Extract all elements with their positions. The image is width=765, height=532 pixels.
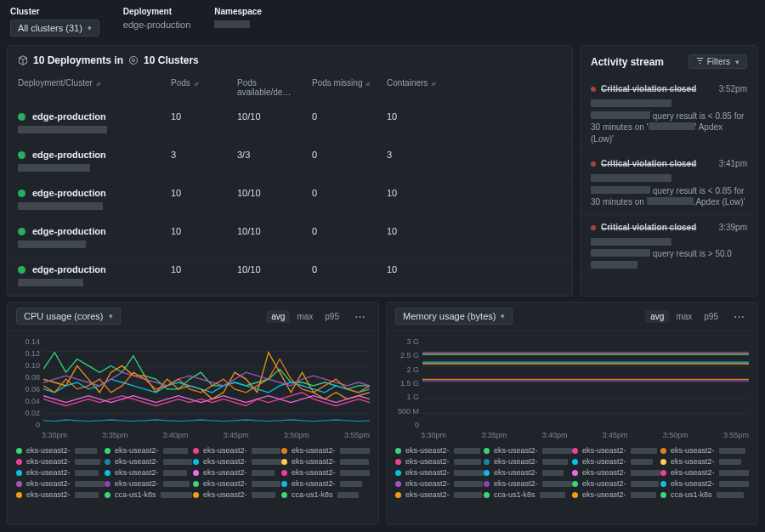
agg-max[interactable]: max <box>292 310 318 323</box>
agg-p95[interactable]: p95 <box>320 310 344 323</box>
legend-item[interactable]: cca-us1-k8s <box>105 490 193 499</box>
memory-metric-dropdown[interactable]: Memory usage (bytes) ▾ <box>395 308 513 325</box>
col-pods[interactable]: Pods▴▾ <box>171 78 237 97</box>
table-row[interactable]: edge-production1010/10010 <box>8 105 572 143</box>
legend-item[interactable]: eks-useast2- <box>484 468 572 477</box>
col-missing[interactable]: Pods missing▴▾ <box>312 78 387 97</box>
table-row[interactable]: edge-production1010/10010 <box>8 219 572 258</box>
legend-dot-icon <box>484 492 490 498</box>
legend-item[interactable]: eks-useast2- <box>281 457 370 466</box>
deployments-title: 10 Deployments in 10 Clusters <box>18 54 199 66</box>
legend-dot-icon <box>193 481 199 487</box>
legend-dot-icon <box>660 481 666 487</box>
legend-item[interactable]: eks-useast2- <box>395 468 484 477</box>
legend-dot-icon <box>660 459 666 465</box>
legend-item[interactable]: eks-useast2- <box>660 468 749 477</box>
legend-dot-icon <box>395 459 401 465</box>
legend-item[interactable]: eks-useast2- <box>193 479 281 488</box>
legend-item[interactable]: cca-us1-k8s <box>484 490 572 499</box>
legend-dot-icon <box>484 448 490 454</box>
legend-item[interactable]: eks-useast2- <box>484 479 572 488</box>
namespace-value <box>214 20 262 30</box>
legend-item[interactable]: eks-useast2- <box>105 457 193 466</box>
legend-item[interactable]: eks-useast2- <box>105 446 193 455</box>
legend-item[interactable]: eks-useast2- <box>395 446 484 455</box>
legend-item[interactable]: cca-us1-k8s <box>281 490 370 499</box>
legend-item[interactable]: eks-useast2- <box>572 468 660 477</box>
activity-item[interactable]: Critical violation closed3:41pm query re… <box>581 152 757 216</box>
status-dot-icon <box>18 190 26 197</box>
legend-item[interactable]: eks-useast2- <box>16 490 105 499</box>
legend-item[interactable]: eks-useast2- <box>572 457 660 466</box>
legend-item[interactable]: eks-useast2- <box>484 446 572 455</box>
legend-dot-icon <box>395 481 401 487</box>
cube-icon <box>18 55 28 65</box>
status-dot-icon <box>18 228 26 235</box>
legend-item[interactable]: eks-useast2- <box>193 446 281 455</box>
legend-item[interactable]: cca-us1-k8s <box>660 490 749 499</box>
legend-item[interactable]: eks-useast2- <box>281 446 370 455</box>
namespace-label: Namespace <box>214 7 262 16</box>
legend-item[interactable]: eks-useast2- <box>660 446 749 455</box>
deployment-value: edge-production <box>123 20 191 30</box>
legend-item[interactable]: eks-useast2- <box>281 479 370 488</box>
deployments-panel: 10 Deployments in 10 Clusters Deployment… <box>7 45 573 297</box>
legend-dot-icon <box>281 481 287 487</box>
activity-item[interactable]: Critical violation closed3:39pm query re… <box>581 216 757 280</box>
legend-item[interactable]: eks-useast2- <box>660 457 749 466</box>
cpu-metric-dropdown[interactable]: CPU usage (cores) ▾ <box>16 308 121 325</box>
memory-chart-panel: Memory usage (bytes) ▾ avg max p95 ⋯ 3 G… <box>386 302 758 525</box>
agg-avg[interactable]: avg <box>266 310 290 323</box>
table-row[interactable]: edge-production1010/10010 <box>8 181 572 219</box>
legend-item[interactable]: eks-useast2- <box>16 446 105 455</box>
legend-dot-icon <box>572 481 578 487</box>
agg-max[interactable]: max <box>671 310 697 323</box>
sort-icon: ▴▾ <box>96 80 99 88</box>
legend-item[interactable]: eks-useast2- <box>660 479 749 488</box>
table-row[interactable]: edge-production33/303 <box>8 143 572 181</box>
legend-item[interactable]: eks-useast2- <box>572 446 660 455</box>
legend-dot-icon <box>105 470 110 476</box>
legend-item[interactable]: eks-useast2- <box>105 479 193 488</box>
legend-item[interactable]: eks-useast2- <box>16 479 105 488</box>
cluster-dropdown[interactable]: All clusters (31) ▾ <box>10 20 99 37</box>
svg-point-0 <box>130 57 138 65</box>
legend-item[interactable]: eks-useast2- <box>572 490 660 499</box>
more-icon[interactable]: ⋯ <box>730 310 749 323</box>
activity-filters-button[interactable]: Filters ▾ <box>688 54 747 69</box>
legend-item[interactable]: eks-useast2- <box>193 490 281 499</box>
legend-item[interactable]: eks-useast2- <box>16 468 105 477</box>
memory-chart[interactable] <box>422 336 749 429</box>
cpu-aggregation: avg max p95 <box>266 310 344 323</box>
legend-dot-icon <box>572 448 578 454</box>
col-available[interactable]: Pods available/de… <box>237 78 312 97</box>
activity-panel: Activity stream Filters ▾ Critical viola… <box>580 45 758 297</box>
agg-avg[interactable]: avg <box>645 310 669 323</box>
legend-dot-icon <box>16 448 22 454</box>
legend-dot-icon <box>484 481 490 487</box>
legend-item[interactable]: eks-useast2- <box>395 479 484 488</box>
legend-dot-icon <box>105 459 110 465</box>
col-deployment[interactable]: Deployment/Cluster▴▾ <box>18 78 171 97</box>
col-containers[interactable]: Containers▴▾ <box>387 78 446 97</box>
legend-item[interactable]: eks-useast2- <box>484 457 572 466</box>
memory-aggregation: avg max p95 <box>645 310 723 323</box>
table-row[interactable]: edge-production1010/10010 <box>8 258 572 296</box>
legend-item[interactable]: eks-useast2- <box>16 457 105 466</box>
chevron-down-icon: ▾ <box>735 58 740 66</box>
legend-item[interactable]: eks-useast2- <box>193 468 281 477</box>
activity-item[interactable]: Critical violation closed3:52pm query re… <box>581 77 757 152</box>
legend-item[interactable]: eks-useast2- <box>395 490 484 499</box>
filter-bar: Cluster All clusters (31) ▾ Deployment e… <box>0 0 765 40</box>
legend-item[interactable]: eks-useast2- <box>193 457 281 466</box>
cpu-chart[interactable] <box>43 336 370 429</box>
legend-item[interactable]: eks-useast2- <box>572 479 660 488</box>
more-icon[interactable]: ⋯ <box>351 310 370 323</box>
activity-title: Activity stream <box>591 56 664 68</box>
legend-item[interactable]: eks-useast2- <box>281 468 370 477</box>
legend-item[interactable]: eks-useast2- <box>395 457 484 466</box>
legend-item[interactable]: eks-useast2- <box>105 468 193 477</box>
legend-dot-icon <box>16 481 22 487</box>
legend-dot-icon <box>105 481 110 487</box>
agg-p95[interactable]: p95 <box>699 310 723 323</box>
